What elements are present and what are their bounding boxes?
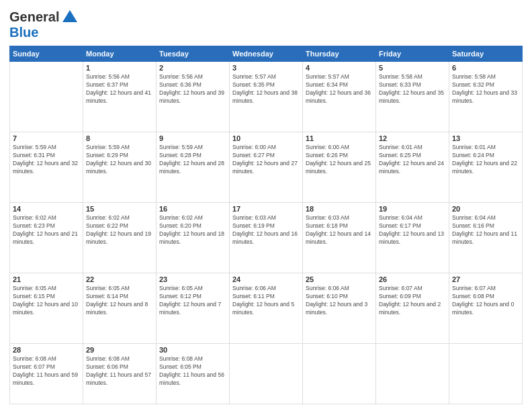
cell-details: Sunrise: 6:06 AMSunset: 6:11 PMDaylight:… [232, 285, 300, 317]
cell-details: Sunrise: 6:04 AMSunset: 6:17 PMDaylight:… [379, 214, 446, 246]
day-number: 12 [379, 134, 446, 142]
cell-details: Sunrise: 6:08 AMSunset: 6:05 PMDaylight:… [159, 355, 226, 387]
week-row-4: 21Sunrise: 6:05 AMSunset: 6:15 PMDayligh… [10, 273, 523, 344]
page: General Blue SundayMondayTuesdayWednesda… [0, 0, 532, 411]
calendar-cell: 24Sunrise: 6:06 AMSunset: 6:11 PMDayligh… [230, 273, 303, 344]
cell-details: Sunrise: 5:59 AMSunset: 6:28 PMDaylight:… [159, 144, 226, 176]
day-number: 10 [232, 134, 300, 142]
logo-blue-text: Blue [9, 25, 38, 40]
cell-details: Sunrise: 5:59 AMSunset: 6:31 PMDaylight:… [13, 144, 80, 176]
weekday-header-saturday: Saturday [449, 46, 523, 62]
weekday-header-row: SundayMondayTuesdayWednesdayThursdayFrid… [10, 46, 523, 62]
day-number: 17 [232, 205, 300, 213]
day-number: 16 [159, 205, 226, 213]
calendar-cell: 8Sunrise: 5:59 AMSunset: 6:29 PMDaylight… [83, 132, 157, 203]
calendar-cell: 17Sunrise: 6:03 AMSunset: 6:19 PMDayligh… [230, 203, 303, 273]
day-number: 24 [232, 275, 300, 283]
cell-details: Sunrise: 6:08 AMSunset: 6:06 PMDaylight:… [86, 355, 153, 387]
calendar-cell: 23Sunrise: 6:05 AMSunset: 6:12 PMDayligh… [157, 273, 230, 344]
header: General Blue [9, 7, 523, 40]
cell-details: Sunrise: 6:02 AMSunset: 6:20 PMDaylight:… [159, 214, 226, 246]
calendar-cell: 30Sunrise: 6:08 AMSunset: 6:05 PMDayligh… [157, 344, 230, 404]
day-number: 20 [452, 205, 519, 213]
cell-details: Sunrise: 6:03 AMSunset: 6:18 PMDaylight:… [306, 214, 373, 246]
cell-details: Sunrise: 6:04 AMSunset: 6:16 PMDaylight:… [452, 214, 519, 246]
day-number: 23 [159, 275, 226, 283]
day-number: 9 [159, 134, 226, 142]
calendar-cell [449, 344, 523, 404]
calendar-cell: 18Sunrise: 6:03 AMSunset: 6:18 PMDayligh… [303, 203, 376, 273]
calendar-cell: 4Sunrise: 5:57 AMSunset: 6:34 PMDaylight… [303, 62, 376, 132]
weekday-header-monday: Monday [83, 46, 157, 62]
cell-details: Sunrise: 6:03 AMSunset: 6:19 PMDaylight:… [232, 214, 300, 246]
calendar-cell: 16Sunrise: 6:02 AMSunset: 6:20 PMDayligh… [157, 203, 230, 273]
cell-details: Sunrise: 6:00 AMSunset: 6:27 PMDaylight:… [232, 144, 300, 176]
day-number: 2 [159, 64, 226, 72]
calendar-cell: 9Sunrise: 5:59 AMSunset: 6:28 PMDaylight… [157, 132, 230, 203]
day-number: 7 [13, 134, 80, 142]
calendar-cell: 14Sunrise: 6:02 AMSunset: 6:23 PMDayligh… [10, 203, 83, 273]
calendar-cell: 5Sunrise: 5:58 AMSunset: 6:33 PMDaylight… [376, 62, 449, 132]
day-number: 6 [452, 64, 519, 72]
cell-details: Sunrise: 6:02 AMSunset: 6:22 PMDaylight:… [86, 214, 153, 246]
day-number: 25 [306, 275, 373, 283]
weekday-header-friday: Friday [376, 46, 449, 62]
calendar-cell: 15Sunrise: 6:02 AMSunset: 6:22 PMDayligh… [83, 203, 157, 273]
day-number: 13 [452, 134, 519, 142]
calendar-cell: 29Sunrise: 6:08 AMSunset: 6:06 PMDayligh… [83, 344, 157, 404]
day-number: 29 [86, 346, 153, 354]
calendar-cell: 13Sunrise: 6:01 AMSunset: 6:24 PMDayligh… [449, 132, 523, 203]
calendar-cell: 28Sunrise: 6:08 AMSunset: 6:07 PMDayligh… [10, 344, 83, 404]
calendar-cell: 26Sunrise: 6:07 AMSunset: 6:09 PMDayligh… [376, 273, 449, 344]
day-number: 18 [306, 205, 373, 213]
calendar-cell [376, 344, 449, 404]
calendar-table: SundayMondayTuesdayWednesdayThursdayFrid… [9, 46, 523, 404]
day-number: 5 [379, 64, 446, 72]
week-row-5: 28Sunrise: 6:08 AMSunset: 6:07 PMDayligh… [10, 344, 523, 404]
day-number: 4 [306, 64, 373, 72]
calendar-cell: 27Sunrise: 6:07 AMSunset: 6:08 PMDayligh… [449, 273, 523, 344]
calendar-cell: 22Sunrise: 6:05 AMSunset: 6:14 PMDayligh… [83, 273, 157, 344]
day-number: 27 [452, 275, 519, 283]
cell-details: Sunrise: 5:59 AMSunset: 6:29 PMDaylight:… [86, 144, 153, 176]
day-number: 30 [159, 346, 226, 354]
week-row-1: 1Sunrise: 5:56 AMSunset: 6:37 PMDaylight… [10, 62, 523, 132]
cell-details: Sunrise: 6:05 AMSunset: 6:14 PMDaylight:… [86, 285, 153, 317]
cell-details: Sunrise: 6:02 AMSunset: 6:23 PMDaylight:… [13, 214, 80, 246]
cell-details: Sunrise: 6:00 AMSunset: 6:26 PMDaylight:… [306, 144, 373, 176]
calendar-cell: 3Sunrise: 5:57 AMSunset: 6:35 PMDaylight… [230, 62, 303, 132]
day-number: 22 [86, 275, 153, 283]
cell-details: Sunrise: 6:08 AMSunset: 6:07 PMDaylight:… [13, 355, 80, 387]
day-number: 21 [13, 275, 80, 283]
day-number: 15 [86, 205, 153, 213]
calendar-cell: 7Sunrise: 5:59 AMSunset: 6:31 PMDaylight… [10, 132, 83, 203]
weekday-header-sunday: Sunday [10, 46, 83, 62]
logo: General Blue [9, 9, 77, 40]
day-number: 19 [379, 205, 446, 213]
weekday-header-tuesday: Tuesday [157, 46, 230, 62]
day-number: 26 [379, 275, 446, 283]
week-row-3: 14Sunrise: 6:02 AMSunset: 6:23 PMDayligh… [10, 203, 523, 273]
week-row-2: 7Sunrise: 5:59 AMSunset: 6:31 PMDaylight… [10, 132, 523, 203]
cell-details: Sunrise: 5:58 AMSunset: 6:33 PMDaylight:… [379, 73, 446, 105]
cell-details: Sunrise: 6:05 AMSunset: 6:15 PMDaylight:… [13, 285, 80, 317]
cell-details: Sunrise: 6:07 AMSunset: 6:08 PMDaylight:… [452, 285, 519, 317]
calendar-cell: 6Sunrise: 5:58 AMSunset: 6:32 PMDaylight… [449, 62, 523, 132]
calendar-cell [303, 344, 376, 404]
cell-details: Sunrise: 6:06 AMSunset: 6:10 PMDaylight:… [306, 285, 373, 317]
calendar-cell: 2Sunrise: 5:56 AMSunset: 6:36 PMDaylight… [157, 62, 230, 132]
weekday-header-thursday: Thursday [303, 46, 376, 62]
calendar-cell: 12Sunrise: 6:01 AMSunset: 6:25 PMDayligh… [376, 132, 449, 203]
calendar-cell [10, 62, 83, 132]
cell-details: Sunrise: 5:58 AMSunset: 6:32 PMDaylight:… [452, 73, 519, 105]
day-number: 28 [13, 346, 80, 354]
cell-details: Sunrise: 5:57 AMSunset: 6:34 PMDaylight:… [306, 73, 373, 105]
day-number: 8 [86, 134, 153, 142]
cell-details: Sunrise: 5:57 AMSunset: 6:35 PMDaylight:… [232, 73, 300, 105]
cell-details: Sunrise: 6:01 AMSunset: 6:24 PMDaylight:… [452, 144, 519, 176]
logo-general-text: General [9, 9, 59, 25]
cell-details: Sunrise: 6:05 AMSunset: 6:12 PMDaylight:… [159, 285, 226, 317]
day-number: 1 [86, 64, 153, 72]
calendar-cell: 20Sunrise: 6:04 AMSunset: 6:16 PMDayligh… [449, 203, 523, 273]
calendar-cell: 1Sunrise: 5:56 AMSunset: 6:37 PMDaylight… [83, 62, 157, 132]
